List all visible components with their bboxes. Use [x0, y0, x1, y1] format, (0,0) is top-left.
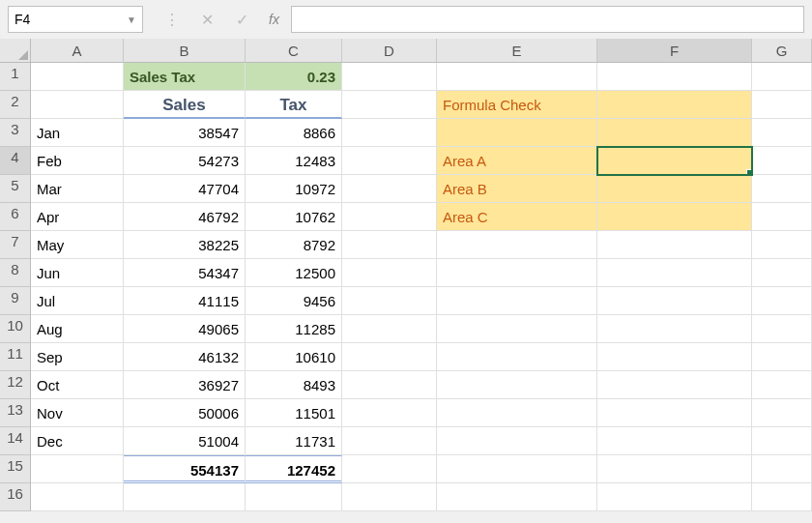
- cell-a2[interactable]: [31, 91, 124, 119]
- cell-g1[interactable]: [752, 63, 812, 91]
- fx-icon[interactable]: fx: [269, 12, 279, 27]
- cell-b16[interactable]: [124, 483, 246, 511]
- cell-b8[interactable]: 54347: [124, 259, 246, 287]
- row-header[interactable]: 1: [0, 63, 31, 91]
- col-header-b[interactable]: B: [124, 39, 246, 63]
- row-header[interactable]: 15: [0, 455, 31, 483]
- cell-d12[interactable]: [342, 371, 437, 399]
- cell-b9[interactable]: 41115: [124, 287, 246, 315]
- cell-a13[interactable]: Nov: [31, 399, 124, 427]
- cell-g3[interactable]: [752, 119, 812, 147]
- cell-d5[interactable]: [342, 175, 437, 203]
- cell-g14[interactable]: [752, 427, 812, 455]
- cell-e2[interactable]: Formula Check: [437, 91, 597, 119]
- cell-b15[interactable]: 554137: [124, 455, 246, 483]
- cell-g6[interactable]: [752, 203, 812, 231]
- cell-a9[interactable]: Jul: [31, 287, 124, 315]
- chevron-down-icon[interactable]: ▼: [127, 15, 136, 25]
- cell-b6[interactable]: 46792: [124, 203, 246, 231]
- cell-c7[interactable]: 8792: [246, 231, 342, 259]
- cell-a14[interactable]: Dec: [31, 427, 124, 455]
- cell-g8[interactable]: [752, 259, 812, 287]
- cell-a1[interactable]: [31, 63, 124, 91]
- cell-c15[interactable]: 127452: [246, 455, 342, 483]
- cell-b12[interactable]: 36927: [124, 371, 246, 399]
- cell-f9[interactable]: [597, 287, 752, 315]
- row-header[interactable]: 2: [0, 91, 31, 119]
- col-header-a[interactable]: A: [31, 39, 124, 63]
- cell-g13[interactable]: [752, 399, 812, 427]
- cell-g4[interactable]: [752, 147, 812, 175]
- cell-e4[interactable]: Area A: [437, 147, 597, 175]
- cell-a6[interactable]: Apr: [31, 203, 124, 231]
- cell-g2[interactable]: [752, 91, 812, 119]
- cell-a11[interactable]: Sep: [31, 343, 124, 371]
- cell-f5[interactable]: [597, 175, 752, 203]
- formula-input[interactable]: [291, 6, 804, 33]
- row-header[interactable]: 3: [0, 119, 31, 147]
- cell-d14[interactable]: [342, 427, 437, 455]
- col-header-f[interactable]: F: [597, 39, 752, 63]
- cell-f3[interactable]: [597, 119, 752, 147]
- cell-g12[interactable]: [752, 371, 812, 399]
- cell-e13[interactable]: [437, 399, 597, 427]
- cell-a12[interactable]: Oct: [31, 371, 124, 399]
- row-header[interactable]: 6: [0, 203, 31, 231]
- cell-d16[interactable]: [342, 483, 437, 511]
- cell-e11[interactable]: [437, 343, 597, 371]
- cell-e10[interactable]: [437, 315, 597, 343]
- spreadsheet-grid[interactable]: A B C D E F G 1 Sales Tax 0.23 2 Sales T…: [0, 39, 812, 511]
- cell-f1[interactable]: [597, 63, 752, 91]
- col-header-d[interactable]: D: [342, 39, 437, 63]
- cell-a8[interactable]: Jun: [31, 259, 124, 287]
- cell-b10[interactable]: 49065: [124, 315, 246, 343]
- cell-e1[interactable]: [437, 63, 597, 91]
- cell-c10[interactable]: 11285: [246, 315, 342, 343]
- cell-g10[interactable]: [752, 315, 812, 343]
- cell-f15[interactable]: [597, 455, 752, 483]
- row-header[interactable]: 4: [0, 147, 31, 175]
- cell-d15[interactable]: [342, 455, 437, 483]
- cell-b2[interactable]: Sales: [124, 91, 246, 119]
- cell-e14[interactable]: [437, 427, 597, 455]
- cell-c13[interactable]: 11501: [246, 399, 342, 427]
- row-header[interactable]: 5: [0, 175, 31, 203]
- cell-e9[interactable]: [437, 287, 597, 315]
- cell-d13[interactable]: [342, 399, 437, 427]
- row-header[interactable]: 10: [0, 315, 31, 343]
- cell-c5[interactable]: 10972: [246, 175, 342, 203]
- cell-f11[interactable]: [597, 343, 752, 371]
- cell-a3[interactable]: Jan: [31, 119, 124, 147]
- cell-g16[interactable]: [752, 483, 812, 511]
- cell-g15[interactable]: [752, 455, 812, 483]
- select-all-corner[interactable]: [0, 39, 31, 63]
- cell-a7[interactable]: May: [31, 231, 124, 259]
- cell-b4[interactable]: 54273: [124, 147, 246, 175]
- cell-f4-selected[interactable]: [597, 147, 752, 175]
- cell-c16[interactable]: [246, 483, 342, 511]
- row-header[interactable]: 16: [0, 483, 31, 511]
- col-header-c[interactable]: C: [246, 39, 342, 63]
- cell-e15[interactable]: [437, 455, 597, 483]
- cell-b14[interactable]: 51004: [124, 427, 246, 455]
- row-header[interactable]: 12: [0, 371, 31, 399]
- cell-e6[interactable]: Area C: [437, 203, 597, 231]
- cell-c11[interactable]: 10610: [246, 343, 342, 371]
- cell-f8[interactable]: [597, 259, 752, 287]
- cell-b1[interactable]: Sales Tax: [124, 63, 246, 91]
- cell-f13[interactable]: [597, 399, 752, 427]
- cell-a5[interactable]: Mar: [31, 175, 124, 203]
- col-header-e[interactable]: E: [437, 39, 597, 63]
- cell-d3[interactable]: [342, 119, 437, 147]
- cell-d11[interactable]: [342, 343, 437, 371]
- cell-g7[interactable]: [752, 231, 812, 259]
- cell-c2[interactable]: Tax: [246, 91, 342, 119]
- cell-d7[interactable]: [342, 231, 437, 259]
- row-header[interactable]: 14: [0, 427, 31, 455]
- col-header-g[interactable]: G: [752, 39, 812, 63]
- cell-f7[interactable]: [597, 231, 752, 259]
- cell-a16[interactable]: [31, 483, 124, 511]
- expand-icon[interactable]: ⋮: [160, 8, 184, 31]
- cell-b5[interactable]: 47704: [124, 175, 246, 203]
- cell-c8[interactable]: 12500: [246, 259, 342, 287]
